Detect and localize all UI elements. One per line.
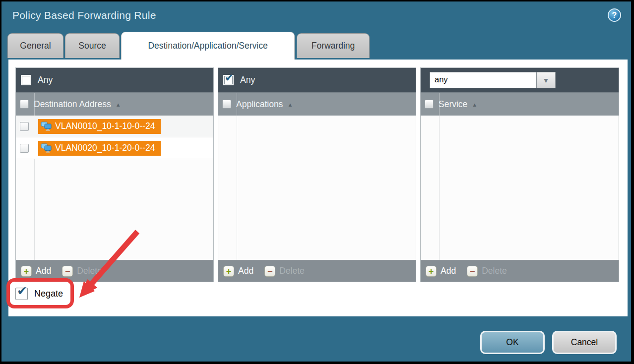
tab-source[interactable]: Source [65,33,120,58]
cancel-button[interactable]: Cancel [552,331,617,354]
tab-forwarding[interactable]: Forwarding [297,33,370,58]
service-list [421,116,619,260]
destination-any-label: Any [38,75,53,85]
applications-footer: + Add − Delete [218,260,416,282]
screenshot-root: { "dialog": { "title": "Policy Based For… [0,0,634,364]
plus-icon: + [223,266,234,277]
applications-any-bar: ✔ Any [218,68,416,92]
destination-add-button[interactable]: + Add [21,266,51,277]
service-dropdown-bar: any ▼ [421,68,619,92]
service-list-header[interactable]: Service ▲ [421,92,619,116]
service-dropdown-value[interactable]: any [430,72,537,88]
row-checkbox[interactable] [20,144,29,153]
applications-any-checkbox[interactable]: ✔ [223,75,234,85]
destination-any-bar: Any [16,68,213,92]
minus-icon: − [467,266,478,277]
negate-label: Negate [34,289,63,299]
tab-destination-application-service[interactable]: Destination/Application/Service [121,32,295,60]
chevron-down-icon[interactable]: ▼ [537,72,556,88]
applications-list-header[interactable]: Applications ▲ [218,92,416,116]
service-delete-button[interactable]: − Delete [467,266,507,277]
destination-row-vlan0010[interactable]: VLAN0010_10-1-10-0--24 [16,116,213,137]
checkmark-icon: ✔ [17,284,27,298]
sort-asc-icon[interactable]: ▲ [116,101,121,108]
divider [439,116,440,260]
help-glyph: ? [612,11,617,20]
divider [237,116,237,260]
pbf-rule-dialog: Policy Based Forwarding Rule ? General S… [1,1,631,362]
service-dropdown[interactable]: any ▼ [430,72,556,88]
negate-row: ✔ Negate [15,288,63,300]
address-object-label: VLAN0010_10-1-10-0--24 [55,121,155,131]
service-footer: + Add − Delete [421,260,619,282]
row-checkbox[interactable] [20,122,29,131]
destination-any-checkbox[interactable] [21,75,31,85]
plus-icon: + [21,266,32,277]
sort-asc-icon[interactable]: ▲ [472,101,477,108]
destination-list: VLAN0010_10-1-10-0--24 VLAN0020_10-1 [16,116,213,260]
applications-header-label: Applications [236,99,283,110]
destination-row-vlan0020[interactable]: VLAN0020_10-1-20-0--24 [16,137,213,159]
minus-icon: − [62,266,73,277]
service-header-label: Service [439,99,467,110]
checkmark-icon: ✔ [225,72,234,84]
tab-content-panel: Any Destination Address ▲ [8,60,628,316]
destination-header-label: Destination Address [34,99,111,110]
destination-select-all-checkbox[interactable] [20,100,29,109]
ok-button[interactable]: OK [480,331,545,354]
address-object-tag[interactable]: VLAN0010_10-1-10-0--24 [38,119,161,134]
address-object-tag[interactable]: VLAN0020_10-1-20-0--24 [38,141,161,156]
service-add-button[interactable]: + Add [426,266,456,277]
delete-button-label: Delete [279,266,305,276]
applications-delete-button[interactable]: − Delete [264,266,305,277]
applications-list [218,116,416,260]
dropdown-arrow-glyph: ▼ [543,76,550,84]
add-button-label: Add [36,266,51,276]
service-column: any ▼ Service ▲ + Add − Delet [420,67,619,282]
destination-list-header[interactable]: Destination Address ▲ [16,92,213,116]
address-object-label: VLAN0020_10-1-20-0--24 [55,143,155,153]
destination-delete-button[interactable]: − Delete [62,266,102,277]
applications-any-label: Any [240,75,255,85]
negate-checkbox[interactable]: ✔ [15,288,28,300]
add-button-label: Add [441,266,456,276]
dialog-title: Policy Based Forwarding Rule [12,9,156,21]
address-object-icon [41,121,52,131]
applications-select-all-checkbox[interactable] [222,100,231,109]
destination-footer: + Add − Delete [16,260,213,282]
divider [237,93,237,116]
service-select-all-checkbox[interactable] [425,100,434,109]
plus-icon: + [426,266,437,277]
help-icon[interactable]: ? [608,8,621,22]
address-object-icon [41,143,52,153]
applications-add-button[interactable]: + Add [223,266,254,277]
delete-button-label: Delete [77,266,102,276]
destination-column: Any Destination Address ▲ [15,67,214,282]
divider [439,93,440,116]
delete-button-label: Delete [482,266,507,276]
applications-column: ✔ Any Applications ▲ + Add − De [218,67,416,282]
minus-icon: − [264,266,275,277]
sort-asc-icon[interactable]: ▲ [287,101,293,108]
tab-general[interactable]: General [7,33,63,58]
add-button-label: Add [238,266,254,276]
divider [34,93,35,116]
